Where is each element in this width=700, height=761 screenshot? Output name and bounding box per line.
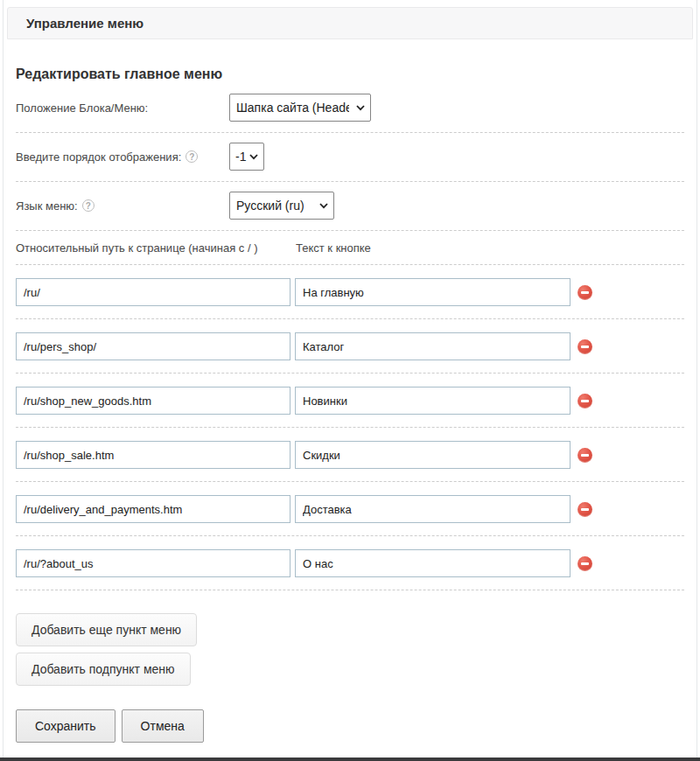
- delete-item-button[interactable]: [578, 285, 592, 300]
- menu-item-row: [16, 536, 684, 590]
- form-row-language: Язык меню: ? Русский (ru): [16, 182, 684, 231]
- position-select-wrap: Шапка сайта (Header): [229, 94, 371, 122]
- minus-circle-icon: [581, 346, 589, 348]
- main-panel: Управление меню Редактировать главное ме…: [3, 0, 697, 761]
- path-column-header: Относительный путь к странице (начиная с…: [16, 241, 296, 255]
- menu-item-row: [16, 428, 684, 482]
- minus-circle-icon: [581, 400, 589, 402]
- section-title: Редактировать главное меню: [16, 66, 684, 82]
- help-icon[interactable]: ?: [82, 199, 94, 212]
- column-headers: Относительный путь к странице (начиная с…: [16, 231, 684, 265]
- path-input[interactable]: [16, 332, 290, 360]
- delete-item-button[interactable]: [578, 339, 592, 354]
- order-select-wrap: -1: [229, 143, 264, 171]
- bottom-bar: [0, 758, 700, 761]
- button-text-input[interactable]: [295, 387, 570, 415]
- page-header: Управление меню: [7, 7, 693, 39]
- text-column-header: Текст к кнопке: [296, 241, 371, 255]
- button-text-input[interactable]: [295, 441, 570, 469]
- path-input[interactable]: [16, 495, 290, 523]
- button-text-input[interactable]: [295, 332, 570, 360]
- minus-circle-icon: [581, 508, 589, 511]
- form-row-position: Положение Блока/Меню: Шапка сайта (Heade…: [16, 84, 684, 133]
- delete-item-button[interactable]: [578, 448, 592, 463]
- delete-item-button[interactable]: [578, 556, 592, 571]
- add-menu-item-button[interactable]: Добавить еще пункт меню: [16, 613, 197, 646]
- menu-item-row: [16, 319, 684, 374]
- language-label: Язык меню:: [16, 199, 78, 213]
- form-row-order: Введите порядок отображения: ? -1: [16, 133, 684, 182]
- order-select[interactable]: -1: [229, 143, 264, 171]
- menu-item-row: [16, 374, 684, 428]
- menu-item-row: [16, 265, 684, 319]
- minus-circle-icon: [581, 291, 589, 294]
- cancel-button[interactable]: Отмена: [122, 709, 204, 743]
- delete-item-button[interactable]: [578, 502, 592, 517]
- path-input[interactable]: [16, 278, 290, 306]
- help-icon[interactable]: ?: [186, 150, 198, 163]
- add-submenu-item-button[interactable]: Добавить подпункт меню: [16, 653, 191, 686]
- minus-circle-icon: [581, 454, 589, 457]
- button-text-input[interactable]: [295, 278, 570, 306]
- content-area: Редактировать главное меню Положение Бло…: [4, 66, 696, 743]
- position-select[interactable]: Шапка сайта (Header): [229, 94, 371, 122]
- page-title: Управление меню: [26, 16, 144, 31]
- path-input[interactable]: [16, 549, 290, 577]
- menu-item-row: [16, 482, 684, 536]
- delete-item-button[interactable]: [578, 394, 592, 408]
- language-select-wrap: Русский (ru): [229, 192, 334, 220]
- save-button[interactable]: Сохранить: [16, 709, 116, 743]
- path-input[interactable]: [16, 441, 290, 469]
- minus-circle-icon: [581, 562, 589, 565]
- button-text-input[interactable]: [295, 495, 570, 523]
- button-text-input[interactable]: [295, 549, 570, 577]
- position-label: Положение Блока/Меню:: [16, 101, 148, 115]
- action-buttons: Сохранить Отмена: [16, 709, 684, 743]
- path-input[interactable]: [16, 387, 290, 415]
- language-select[interactable]: Русский (ru): [229, 192, 334, 220]
- order-label: Введите порядок отображения:: [16, 150, 181, 164]
